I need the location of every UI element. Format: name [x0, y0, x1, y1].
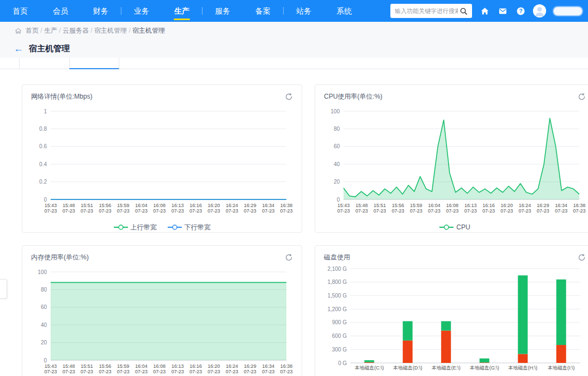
- nav-item-2[interactable]: 财务: [81, 0, 121, 22]
- svg-text:16:29: 16:29: [537, 203, 549, 208]
- svg-text:07-23: 07-23: [280, 208, 292, 214]
- legend-item[interactable]: CPU: [439, 223, 470, 231]
- svg-text:15:43: 15:43: [45, 203, 57, 208]
- search-input[interactable]: [395, 8, 458, 14]
- svg-text:07-23: 07-23: [446, 208, 458, 214]
- svg-text:07-23: 07-23: [244, 208, 256, 214]
- breadcrumb-home-icon: [15, 27, 22, 34]
- svg-text:60: 60: [41, 304, 47, 310]
- refresh-icon[interactable]: [577, 253, 586, 262]
- back-arrow-icon[interactable]: ←: [14, 44, 23, 53]
- svg-text:07-23: 07-23: [519, 208, 531, 214]
- svg-text:07-23: 07-23: [63, 369, 75, 374]
- mail-icon[interactable]: [497, 5, 508, 16]
- svg-text:07-23: 07-23: [262, 208, 274, 214]
- page-title: 宿主机管理: [29, 44, 70, 54]
- legend-label: 下行带宽: [185, 223, 211, 232]
- breadcrumb-item-1[interactable]: 生产: [44, 27, 57, 34]
- svg-text:0.6: 0.6: [39, 143, 47, 149]
- svg-text:16:29: 16:29: [244, 203, 256, 208]
- svg-text:本地磁盘(C:\): 本地磁盘(C:\): [355, 365, 384, 371]
- avatar[interactable]: [533, 4, 546, 17]
- breadcrumb-item-4[interactable]: 宿主机管理: [132, 27, 165, 34]
- svg-text:40: 40: [334, 161, 340, 167]
- svg-text:15:48: 15:48: [63, 203, 75, 208]
- refresh-icon[interactable]: [284, 92, 293, 101]
- cpu-chart-legend: CPU: [324, 221, 586, 233]
- legend-item[interactable]: 下行带宽: [168, 223, 211, 232]
- nav-item-8[interactable]: 系统: [324, 0, 364, 22]
- search-icon[interactable]: [458, 5, 469, 16]
- main-menu: 首页会员财务业务生产服务备案站务系统: [0, 0, 364, 22]
- network-chart-title: 网络详情(单位:Mbps): [31, 92, 93, 101]
- svg-text:16:29: 16:29: [244, 363, 256, 369]
- tab-1[interactable]: [19, 58, 69, 69]
- svg-text:16:16: 16:16: [482, 203, 495, 208]
- svg-text:16:13: 16:13: [464, 203, 477, 208]
- upper-band: 首页 / 生产 / 云服务器 / 宿主机管理 / 宿主机管理 ← 宿主机管理: [0, 22, 588, 69]
- svg-text:16:13: 16:13: [171, 203, 184, 208]
- svg-text:07-23: 07-23: [153, 369, 166, 374]
- tab-2-active[interactable]: [69, 58, 119, 69]
- nav-item-1[interactable]: 会员: [40, 0, 81, 22]
- side-drawer-handle[interactable]: [0, 279, 7, 299]
- refresh-icon[interactable]: [284, 253, 293, 262]
- legend-label: 上行带宽: [131, 223, 157, 232]
- svg-text:16:34: 16:34: [262, 363, 274, 369]
- help-icon[interactable]: ?: [515, 5, 526, 16]
- svg-text:1,500 G: 1,500 G: [327, 293, 347, 299]
- svg-text:0: 0: [44, 197, 47, 203]
- svg-text:16:20: 16:20: [501, 203, 513, 208]
- svg-text:07-23: 07-23: [189, 208, 202, 214]
- svg-text:07-23: 07-23: [226, 208, 238, 214]
- user-name-redacted[interactable]: [553, 7, 583, 16]
- svg-text:07-23: 07-23: [373, 208, 386, 214]
- svg-text:1,800 G: 1,800 G: [327, 279, 347, 285]
- breadcrumb-item-2[interactable]: 云服务器: [63, 27, 89, 34]
- breadcrumb-separator: /: [127, 27, 132, 34]
- svg-text:16:38: 16:38: [280, 203, 293, 208]
- svg-text:07-23: 07-23: [135, 369, 148, 374]
- navbar-right: ?: [390, 4, 583, 18]
- svg-text:07-23: 07-23: [280, 369, 292, 374]
- svg-text:0 G: 0 G: [338, 360, 347, 366]
- svg-text:07-23: 07-23: [391, 208, 404, 214]
- svg-text:07-23: 07-23: [207, 369, 220, 374]
- svg-text:80: 80: [334, 126, 340, 132]
- svg-text:07-23: 07-23: [117, 208, 130, 214]
- svg-text:40: 40: [41, 322, 47, 328]
- refresh-icon[interactable]: [577, 92, 586, 101]
- svg-text:07-23: 07-23: [244, 369, 256, 374]
- nav-item-3[interactable]: 业务: [121, 0, 162, 22]
- nav-item-0[interactable]: 首页: [0, 0, 40, 22]
- nav-item-4-active[interactable]: 生产: [162, 0, 202, 22]
- breadcrumb-item-0[interactable]: 首页: [26, 27, 39, 34]
- svg-text:15:56: 15:56: [99, 203, 112, 208]
- svg-text:100: 100: [38, 269, 47, 275]
- nav-item-6[interactable]: 备案: [243, 0, 283, 22]
- charts-grid: 网络详情(单位:Mbps) 00.20.40.60.8115:4307-2315…: [0, 69, 588, 376]
- svg-text:07-23: 07-23: [262, 369, 274, 374]
- svg-text:16:38: 16:38: [573, 203, 586, 208]
- svg-text:20: 20: [334, 179, 340, 185]
- home-icon[interactable]: [479, 5, 490, 16]
- legend-label: CPU: [456, 223, 470, 231]
- svg-text:16:08: 16:08: [154, 363, 166, 369]
- svg-text:15:59: 15:59: [410, 203, 422, 208]
- svg-text:16:16: 16:16: [189, 363, 202, 369]
- nav-item-7[interactable]: 站务: [284, 0, 324, 22]
- svg-text:16:08: 16:08: [154, 203, 166, 208]
- svg-text:15:56: 15:56: [99, 363, 112, 369]
- legend-item[interactable]: 上行带宽: [114, 223, 157, 232]
- svg-text:07-23: 07-23: [356, 208, 368, 214]
- svg-text:0: 0: [44, 357, 47, 363]
- svg-text:0.2: 0.2: [39, 179, 47, 185]
- cpu-chart-title: CPU使用率(单位:%): [324, 92, 382, 101]
- nav-item-5[interactable]: 服务: [203, 0, 243, 22]
- svg-text:本地磁盘(G:\): 本地磁盘(G:\): [470, 365, 499, 371]
- cpu-chart-card: CPU使用率(单位:%) 02040608010015:4307-2315:48…: [315, 84, 588, 233]
- svg-text:20: 20: [41, 339, 47, 345]
- svg-text:1: 1: [44, 108, 47, 114]
- breadcrumb-item-3[interactable]: 宿主机管理: [94, 27, 127, 34]
- svg-text:07-23: 07-23: [153, 208, 166, 214]
